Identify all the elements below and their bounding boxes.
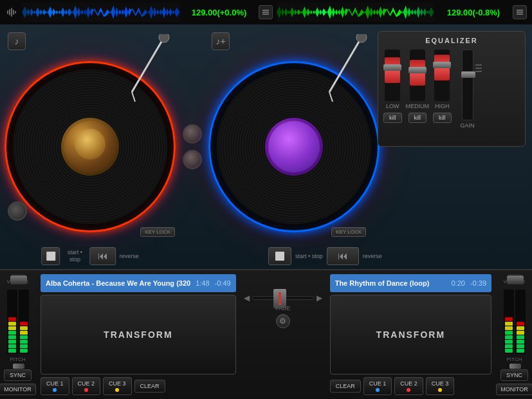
reverse-button-right[interactable]: ⏮: [327, 247, 359, 265]
stop-label-left: start • stop: [64, 249, 86, 263]
crossfader-arrow-right[interactable]: ▶: [316, 293, 322, 302]
eq-label-gain: GAIN: [461, 122, 475, 129]
track-info-left: Alba Coherta - Because We Are Young (320…: [41, 274, 236, 292]
stop-button-right[interactable]: [268, 247, 291, 265]
vu-meters-left: [7, 290, 29, 354]
track-info-right: The Rhythm of Dance (loop) 0:20 -0:39: [330, 274, 491, 292]
reverse-button-left[interactable]: ⏮: [89, 247, 115, 265]
transform-button-right[interactable]: TRANSFORM: [330, 295, 491, 375]
eq-label-medium: MEDIUM: [406, 103, 430, 109]
cue-1-right[interactable]: CUE 1: [363, 377, 392, 395]
cue-3-right[interactable]: CUE 3: [426, 377, 455, 395]
mixer-left: Alba Coherta - Because We Are Young (320…: [35, 270, 241, 399]
center-knob-1[interactable]: [183, 124, 202, 144]
stop-button-left[interactable]: [41, 247, 60, 265]
waveform-left[interactable]: [22, 3, 180, 22]
svg-rect-3: [13, 10, 14, 15]
crossfader-handle[interactable]: [273, 289, 286, 308]
svg-rect-0: [7, 10, 8, 14]
cue-row-left: CUE 1 CUE 2 CUE 3 CLEAR: [41, 377, 236, 395]
pitch-fader-right[interactable]: [510, 365, 519, 367]
clear-button-left[interactable]: CLEAR: [134, 380, 165, 393]
transform-button-left[interactable]: TRANSFORM: [41, 295, 236, 375]
track-name-left: Alba Coherta - Because We Are Young (320: [46, 279, 190, 287]
svg-point-6: [159, 34, 169, 42]
crossfader-track[interactable]: [252, 296, 314, 300]
eq-title: EQUALIZER: [383, 37, 520, 44]
track-time-remaining-left: -0:49: [215, 279, 231, 287]
center-knobs: [180, 24, 204, 269]
deck-controls-left: start • stop ⏮ reverse: [41, 247, 139, 265]
vinyl-label-right: [265, 118, 323, 176]
pitch-knob-left[interactable]: [8, 201, 27, 221]
reverse-label-right: reverse: [363, 253, 382, 259]
pitch-fader-left[interactable]: [14, 365, 23, 367]
track-time-remaining-right: -0:39: [470, 279, 486, 287]
eq-kill-low[interactable]: kill: [383, 113, 402, 123]
key-lock-right[interactable]: KEY LOCK: [331, 227, 366, 237]
settings-button[interactable]: ⚙: [276, 314, 290, 328]
eq-kill-high[interactable]: kill: [433, 113, 452, 123]
cue-2-right[interactable]: CUE 2: [394, 377, 423, 395]
eq-slider-medium[interactable]: [410, 50, 425, 101]
eq-slider-high[interactable]: [434, 50, 450, 101]
reverse-label-left: reverse: [120, 253, 139, 259]
crossfader-arrow-left[interactable]: ◀: [244, 293, 250, 302]
svg-point-9: [356, 34, 367, 42]
pitch-label-right: PITCH: [507, 357, 522, 362]
equalizer-panel: EQUALIZER LOW kill MEDIUM kill: [378, 31, 526, 147]
center-knob-2[interactable]: [183, 150, 202, 169]
svg-line-10: [329, 92, 333, 102]
cue-2-left[interactable]: CUE 2: [72, 377, 101, 395]
crossfader-section: ◀ ▶: [244, 293, 322, 302]
sync-button-right[interactable]: SYNC: [500, 369, 528, 381]
music-icon-left[interactable]: ♪: [8, 32, 26, 50]
svg-rect-2: [11, 8, 12, 17]
pitch-label-left: PITCH: [10, 357, 26, 362]
volume-fader-right[interactable]: [508, 274, 521, 276]
monitor-button-left[interactable]: MONITOR: [0, 384, 36, 395]
bpm-sync-right[interactable]: [513, 5, 527, 19]
cue-row-right: CLEAR CUE 1 CUE 2 CUE 3: [330, 377, 491, 395]
waveform-right[interactable]: [277, 3, 435, 22]
center-mixer: ◀ ▶ FADE ⚙: [241, 270, 325, 399]
monitor-button-right[interactable]: MONITOR: [496, 384, 532, 395]
eq-band-low: LOW kill: [383, 50, 402, 123]
svg-rect-1: [9, 9, 10, 15]
right-sidebar: VOLUME PITCH: [497, 270, 532, 399]
bpm-right: 129.00(-0.8%): [438, 8, 509, 17]
sync-button-left[interactable]: SYNC: [4, 369, 32, 381]
eq-gain-section: GAIN: [461, 50, 475, 129]
clear-button-right[interactable]: CLEAR: [330, 380, 361, 393]
eq-slider-low[interactable]: [385, 50, 400, 101]
eq-band-medium: MEDIUM kill: [406, 50, 430, 123]
volume-fader-left[interactable]: [12, 274, 24, 276]
cue-3-left[interactable]: CUE 3: [103, 377, 132, 395]
cue-1-left[interactable]: CUE 1: [41, 377, 69, 395]
mixer-section: VOLUME PITCH: [0, 269, 532, 399]
eq-kill-medium[interactable]: kill: [408, 113, 427, 123]
vinyl-label-left: [61, 118, 119, 176]
tonearm-left: [119, 34, 170, 105]
eq-label-low: LOW: [386, 103, 399, 109]
tonearm-right: [316, 34, 368, 105]
eq-label-high: HIGH: [435, 103, 450, 109]
key-lock-left[interactable]: KEY LOCK: [140, 227, 175, 237]
eq-gain-slider[interactable]: [462, 50, 473, 120]
mixer-right: The Rhythm of Dance (loop) 0:20 -0:39 TR…: [325, 270, 497, 399]
vu-meters-right: [504, 290, 526, 354]
waveform-left-icon: [5, 6, 18, 19]
bpm-sync-left[interactable]: [259, 5, 273, 19]
svg-line-5: [132, 37, 164, 92]
svg-line-7: [132, 92, 135, 102]
left-sidebar: VOLUME PITCH: [0, 270, 35, 399]
track-time-left: 1:48: [196, 279, 209, 287]
track-time-right: 0:20: [452, 279, 465, 287]
svg-rect-4: [15, 11, 16, 14]
music-icon-right[interactable]: ♪+: [212, 32, 230, 50]
deck-left: ♪ KEY LOCK: [0, 24, 180, 269]
svg-line-8: [329, 37, 362, 92]
eq-band-high: HIGH kill: [433, 50, 452, 123]
deck-controls-right: start • stop ⏮ reverse: [268, 247, 382, 265]
waveform-bar: 129.00(+0.0%) 129.00(-0.8%): [0, 0, 532, 24]
